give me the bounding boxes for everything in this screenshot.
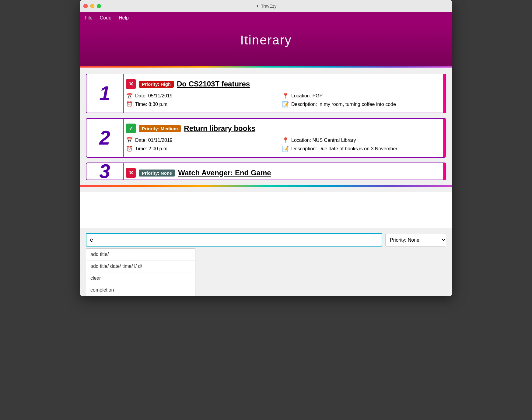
item-location-1: 📍 Location: PGP bbox=[282, 93, 438, 99]
app-header: Itinerary - - - - - - - - - - - - bbox=[80, 24, 452, 66]
main-content: 1 ✕ Priority: High Do CS2103T features 📅… bbox=[80, 68, 452, 185]
location-text-1: Location: PGP bbox=[291, 93, 323, 99]
clock-icon-2: ⏰ bbox=[126, 145, 133, 152]
maximize-button[interactable] bbox=[97, 4, 101, 8]
autocomplete-dropdown: add title/ add title/ date/ time/ l/ d/ … bbox=[86, 248, 195, 296]
close-button[interactable] bbox=[83, 4, 88, 8]
page-title: Itinerary bbox=[80, 33, 452, 47]
item-desc-1: 📝 Description: In my room, turning coffe… bbox=[282, 101, 438, 108]
desc-text-2: Description: Due date of books is on 3 N… bbox=[291, 146, 397, 152]
minimize-button[interactable] bbox=[90, 4, 94, 8]
autocomplete-item-1[interactable]: add title/ date/ time/ l/ d/ bbox=[86, 261, 195, 272]
app-title-text: TravEzy bbox=[261, 4, 277, 9]
status-icon-3: ✕ bbox=[126, 168, 136, 178]
clock-icon-1: ⏰ bbox=[126, 101, 133, 108]
menu-file[interactable]: File bbox=[85, 15, 93, 21]
item-title-2: Return library books bbox=[184, 124, 255, 133]
item-number-3: 3 bbox=[86, 163, 123, 180]
window-controls[interactable] bbox=[83, 4, 101, 8]
item-title-row-3: ✕ Priority: None Watch Avenger: End Game bbox=[126, 168, 438, 178]
date-text-2: Date: 01/11/2019 bbox=[135, 138, 173, 143]
menu-help[interactable]: Help bbox=[119, 15, 129, 21]
item-time-1: ⏰ Time: 8:30 p.m. bbox=[126, 101, 282, 108]
autocomplete-item-2[interactable]: clear bbox=[86, 272, 195, 284]
bottom-area bbox=[80, 192, 452, 228]
priority-badge-2: Priority: Medium bbox=[139, 125, 181, 132]
titlebar: ✈ TravEzy bbox=[80, 0, 452, 12]
desc-icon-2: 📝 bbox=[282, 145, 289, 152]
input-section: Priority: None Priority: Low Priority: M… bbox=[80, 228, 452, 296]
header-divider: - - - - - - - - - - - - bbox=[80, 52, 452, 60]
desc-text-1: Description: In my room, turning coffee … bbox=[291, 102, 396, 107]
autocomplete-item-3[interactable]: completion bbox=[86, 284, 195, 296]
item-location-2: 📍 Location: NUS Central Library bbox=[282, 137, 438, 144]
date-text-1: Date: 05/11/2019 bbox=[135, 93, 173, 99]
autocomplete-item-0[interactable]: add title/ bbox=[86, 249, 195, 261]
item-body-1: ✕ Priority: High Do CS2103T features 📅 D… bbox=[123, 74, 446, 113]
item-body-2: ✓ Priority: Medium Return library books … bbox=[123, 119, 446, 157]
plane-icon: ✈ bbox=[256, 4, 259, 9]
item-card-1[interactable]: 1 ✕ Priority: High Do CS2103T features 📅… bbox=[86, 74, 446, 113]
calendar-icon-2: 📅 bbox=[126, 137, 133, 144]
status-icon-2: ✓ bbox=[126, 124, 136, 133]
priority-badge-3: Priority: None bbox=[139, 170, 175, 177]
calendar-icon-1: 📅 bbox=[126, 93, 133, 99]
time-text-2: Time: 2:00 p.m. bbox=[135, 146, 169, 152]
item-time-2: ⏰ Time: 2:00 p.m. bbox=[126, 145, 282, 152]
item-number-1: 1 bbox=[86, 74, 123, 113]
item-title-row-2: ✓ Priority: Medium Return library books bbox=[126, 124, 438, 133]
desc-icon-1: 📝 bbox=[282, 101, 289, 108]
status-icon-1: ✕ bbox=[126, 79, 136, 89]
location-text-2: Location: NUS Central Library bbox=[291, 138, 356, 143]
item-desc-2: 📝 Description: Due date of books is on 3… bbox=[282, 145, 438, 152]
item-title-1: Do CS2103T features bbox=[177, 80, 250, 88]
gradient-bar-bottom bbox=[80, 185, 452, 187]
menu-code[interactable]: Code bbox=[100, 15, 111, 21]
command-input[interactable] bbox=[86, 233, 382, 247]
item-body-3: ✕ Priority: None Watch Avenger: End Game bbox=[123, 163, 446, 180]
item-date-1: 📅 Date: 05/11/2019 bbox=[126, 93, 282, 99]
app-title: ✈ TravEzy bbox=[256, 4, 277, 9]
item-details-1: 📅 Date: 05/11/2019 📍 Location: PGP ⏰ Tim… bbox=[126, 93, 438, 108]
item-number-2: 2 bbox=[86, 119, 123, 157]
input-row: Priority: None Priority: Low Priority: M… bbox=[83, 231, 449, 248]
priority-badge-1: Priority: High bbox=[139, 81, 174, 88]
menubar: File Code Help bbox=[80, 12, 452, 24]
item-details-2: 📅 Date: 01/11/2019 📍 Location: NUS Centr… bbox=[126, 137, 438, 152]
item-card-3[interactable]: 3 ✕ Priority: None Watch Avenger: End Ga… bbox=[86, 163, 446, 180]
location-icon-2: 📍 bbox=[282, 137, 289, 144]
priority-select[interactable]: Priority: None Priority: Low Priority: M… bbox=[385, 233, 446, 247]
location-icon-1: 📍 bbox=[282, 93, 289, 99]
item-date-2: 📅 Date: 01/11/2019 bbox=[126, 137, 282, 144]
item-title-3: Watch Avenger: End Game bbox=[178, 169, 271, 177]
time-text-1: Time: 8:30 p.m. bbox=[135, 102, 169, 107]
item-title-row-1: ✕ Priority: High Do CS2103T features bbox=[126, 79, 438, 89]
item-card-2[interactable]: 2 ✓ Priority: Medium Return library book… bbox=[86, 118, 446, 158]
